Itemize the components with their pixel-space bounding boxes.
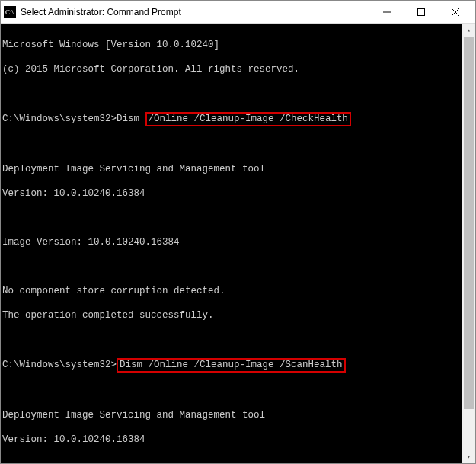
highlight-box: Dism /Online /Cleanup-Image /ScanHealth [117, 358, 346, 373]
scrollbar-thumb[interactable] [464, 37, 474, 409]
command-text: Dism [117, 114, 145, 124]
output-line: The operation completed successfully. [2, 309, 471, 322]
minimize-button[interactable] [369, 1, 404, 23]
output-line [2, 261, 471, 273]
output-line [2, 385, 471, 397]
terminal-output[interactable]: Microsoft Windows [Version 10.0.10240] (… [1, 24, 475, 463]
output-line [2, 139, 471, 151]
scroll-down-button[interactable]: ▾ [462, 450, 475, 463]
svg-text:C:\: C:\ [5, 8, 14, 16]
highlight-box: /Online /Cleanup-Image /CheckHealth [145, 112, 352, 126]
output-line [2, 334, 471, 346]
window-controls [369, 1, 472, 23]
scroll-up-button[interactable]: ▴ [462, 24, 475, 37]
output-line: (c) 2015 Microsoft Corporation. All righ… [2, 63, 471, 75]
output-line [2, 212, 471, 224]
prompt: C:\Windows\system32> [2, 360, 117, 370]
output-line: Deployment Image Servicing and Managemen… [2, 163, 471, 175]
output-line [2, 458, 471, 463]
titlebar[interactable]: C:\ Select Administrator: Command Prompt [1, 1, 475, 24]
svg-rect-3 [417, 8, 424, 15]
output-line: Deployment Image Servicing and Managemen… [2, 409, 471, 421]
output-line: Version: 10.0.10240.16384 [2, 434, 471, 446]
close-button[interactable] [438, 1, 472, 23]
maximize-button[interactable] [404, 1, 438, 23]
command-line: C:\Windows\system32>Dism /Online /Cleanu… [2, 112, 471, 126]
output-line: Version: 10.0.10240.16384 [2, 187, 471, 200]
window-title: Select Administrator: Command Prompt [21, 7, 369, 18]
output-line: No component store corruption detected. [2, 285, 471, 297]
vertical-scrollbar[interactable]: ▴ ▾ [462, 24, 475, 463]
terminal-client-area: Microsoft Windows [Version 10.0.10240] (… [1, 24, 475, 463]
output-line: Microsoft Windows [Version 10.0.10240] [2, 39, 471, 51]
scrollbar-track[interactable] [462, 37, 475, 450]
command-prompt-window: C:\ Select Administrator: Command Prompt… [0, 0, 476, 464]
cmd-icon: C:\ [4, 6, 16, 18]
output-line [2, 88, 471, 100]
prompt: C:\Windows\system32> [2, 114, 117, 124]
output-line: Image Version: 10.0.10240.16384 [2, 236, 471, 248]
command-line: C:\Windows\system32>Dism /Online /Cleanu… [2, 358, 471, 373]
